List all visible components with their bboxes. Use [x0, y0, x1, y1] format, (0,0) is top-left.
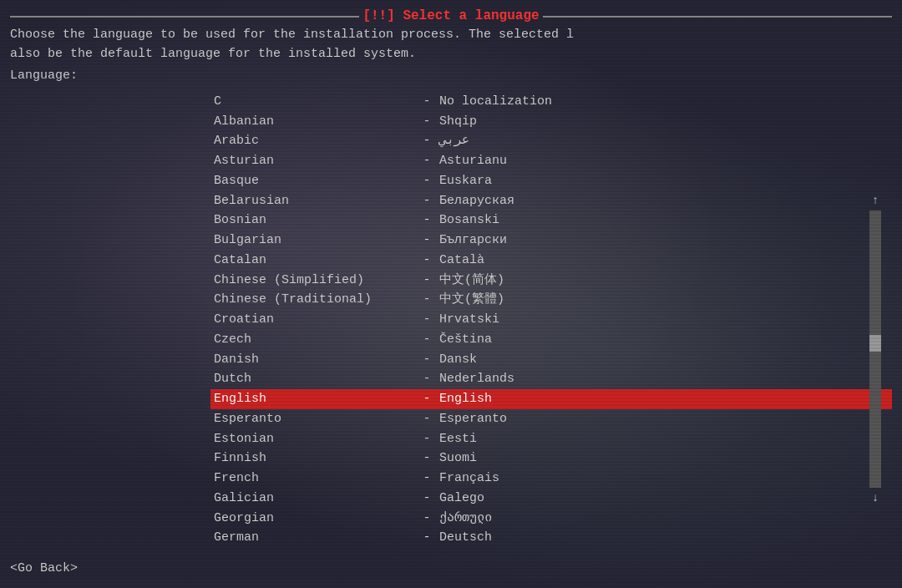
- lang-dash: -: [414, 509, 439, 528]
- lang-name: Asturian: [214, 152, 414, 170]
- lang-native: عربي: [439, 132, 469, 150]
- lang-dash: -: [414, 410, 439, 428]
- lang-name: Estonian: [214, 430, 414, 449]
- lang-native: Eesti: [439, 430, 477, 449]
- scroll-down-button[interactable]: ↓: [872, 489, 879, 506]
- lang-native: English: [439, 390, 492, 408]
- language-item[interactable]: Belarusian - Беларуская: [210, 191, 892, 211]
- lang-name: Esperanto: [214, 410, 414, 428]
- lang-dash: -: [414, 291, 439, 309]
- lang-native: Asturianu: [439, 152, 507, 170]
- language-item[interactable]: Esperanto - Esperanto: [210, 409, 892, 429]
- scroll-thumb[interactable]: [869, 335, 881, 352]
- language-item[interactable]: Arabic - عربي: [210, 131, 892, 151]
- scroll-track[interactable]: [869, 210, 881, 488]
- description: Choose the language to be used for the i…: [10, 26, 892, 63]
- lang-dash: -: [414, 152, 439, 170]
- scrollbar[interactable]: ↑ ↓: [869, 192, 882, 506]
- lang-dash: -: [414, 311, 439, 329]
- lang-dash: -: [414, 370, 439, 388]
- language-label: Language:: [10, 67, 892, 85]
- lang-native: Hrvatski: [439, 311, 499, 329]
- lang-name: Czech: [214, 331, 414, 349]
- language-item[interactable]: Finnish - Suomi: [210, 449, 892, 469]
- language-list-container: C - No localizationAlbanian - ShqipArabi…: [10, 92, 892, 548]
- language-item[interactable]: Danish - Dansk: [210, 350, 892, 370]
- lang-name: Arabic: [214, 132, 414, 150]
- title-dash-right: [543, 16, 892, 18]
- terminal: [!!] Select a language Choose the langua…: [0, 0, 902, 588]
- lang-name: English: [214, 390, 414, 408]
- lang-native: Esperanto: [439, 410, 507, 428]
- language-item[interactable]: Catalan - Català: [210, 251, 892, 271]
- lang-name: Chinese (Simplified): [214, 271, 414, 290]
- lang-native: Shqip: [439, 113, 477, 131]
- lang-native: ქართული: [439, 509, 492, 528]
- lang-native: No localization: [439, 93, 552, 111]
- lang-dash: -: [414, 192, 439, 210]
- lang-name: Chinese (Traditional): [214, 291, 414, 309]
- lang-dash: -: [414, 331, 439, 349]
- lang-dash: -: [414, 231, 439, 250]
- language-item[interactable]: Galician - Galego: [210, 489, 892, 509]
- language-item[interactable]: Dutch - Nederlands: [210, 369, 892, 389]
- lang-name: C: [214, 93, 414, 111]
- language-item[interactable]: French - Français: [210, 469, 892, 489]
- lang-native: Bosanski: [439, 211, 499, 230]
- description-line2: also be the default language for the ins…: [10, 45, 892, 64]
- language-item[interactable]: English - English: [210, 389, 892, 409]
- lang-dash: -: [414, 390, 439, 408]
- lang-name: Finnish: [214, 449, 414, 468]
- lang-dash: -: [414, 211, 439, 230]
- title-dash-left: [10, 16, 359, 18]
- lang-dash: -: [414, 469, 439, 488]
- screen: [!!] Select a language Choose the langua…: [0, 0, 902, 588]
- lang-name: Galician: [214, 489, 414, 508]
- lang-name: Bosnian: [214, 211, 414, 230]
- lang-native: Čeština: [439, 331, 492, 349]
- language-item[interactable]: Georgian - ქართული: [210, 509, 892, 529]
- lang-native: Suomi: [439, 449, 477, 468]
- lang-name: Belarusian: [214, 192, 414, 210]
- language-list[interactable]: C - No localizationAlbanian - ShqipArabi…: [210, 92, 892, 548]
- description-line1: Choose the language to be used for the i…: [10, 26, 892, 45]
- lang-dash: -: [414, 113, 439, 131]
- lang-name: Danish: [214, 351, 414, 369]
- lang-name: French: [214, 469, 414, 488]
- go-back-label[interactable]: <Go Back>: [10, 561, 78, 575]
- language-item[interactable]: Bulgarian - Български: [210, 231, 892, 251]
- scroll-up-button[interactable]: ↑: [872, 192, 879, 209]
- language-item[interactable]: Chinese (Simplified) - 中文(简体): [210, 271, 892, 291]
- lang-native: Català: [439, 251, 484, 270]
- lang-name: Dutch: [214, 370, 414, 388]
- lang-name: Georgian: [214, 509, 414, 528]
- lang-dash: -: [414, 93, 439, 111]
- lang-name: Croatian: [214, 311, 414, 329]
- language-item[interactable]: Estonian - Eesti: [210, 429, 892, 449]
- lang-native: Euskara: [439, 172, 492, 190]
- language-item[interactable]: German - Deutsch: [210, 528, 892, 548]
- lang-dash: -: [414, 351, 439, 369]
- language-item[interactable]: C - No localization: [210, 92, 892, 112]
- lang-dash: -: [414, 449, 439, 468]
- lang-native: Беларуская: [439, 192, 514, 210]
- lang-dash: -: [414, 132, 439, 150]
- lang-native: 中文(简体): [439, 271, 504, 290]
- lang-name: Albanian: [214, 113, 414, 131]
- language-item[interactable]: Basque - Euskara: [210, 171, 892, 191]
- lang-name: Bulgarian: [214, 231, 414, 250]
- lang-dash: -: [414, 251, 439, 270]
- lang-dash: -: [414, 529, 439, 547]
- lang-native: Nederlands: [439, 370, 514, 388]
- language-item[interactable]: Bosnian - Bosanski: [210, 210, 892, 231]
- go-back-button[interactable]: <Go Back>: [10, 560, 78, 578]
- lang-name: Catalan: [214, 251, 414, 270]
- lang-dash: -: [414, 172, 439, 190]
- language-item[interactable]: Czech - Čeština: [210, 330, 892, 350]
- lang-native: 中文(繁體): [439, 291, 504, 309]
- language-item[interactable]: Asturian - Asturianu: [210, 151, 892, 171]
- language-item[interactable]: Croatian - Hrvatski: [210, 310, 892, 330]
- language-item[interactable]: Chinese (Traditional) - 中文(繁體): [210, 290, 892, 310]
- language-item[interactable]: Albanian - Shqip: [210, 112, 892, 132]
- dialog-title: [!!] Select a language: [362, 7, 539, 26]
